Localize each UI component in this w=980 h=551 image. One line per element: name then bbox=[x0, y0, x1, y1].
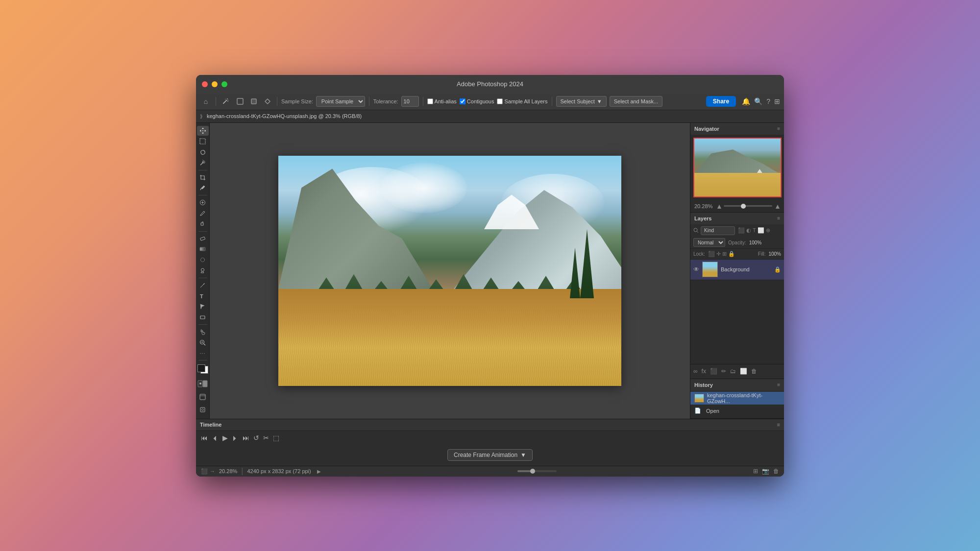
canvas-size-icon-2[interactable]: → bbox=[210, 468, 215, 474]
canvas-image bbox=[278, 156, 621, 386]
view-options-icon[interactable]: ⊞ bbox=[774, 97, 780, 105]
canvas-size-icon-1[interactable]: ⬛ bbox=[201, 468, 208, 475]
history-title: History bbox=[694, 382, 713, 388]
svg-rect-0 bbox=[237, 98, 243, 104]
status-bar: ⬛ → 20.28% | 4240 px x 2832 px (72 ppi) … bbox=[196, 466, 784, 477]
tool-separator-2 bbox=[198, 195, 207, 195]
select-subject-button[interactable]: Select Subject ▼ bbox=[556, 96, 607, 107]
filter-shape-icon[interactable]: ⬜ bbox=[758, 227, 764, 234]
share-button[interactable]: Share bbox=[706, 96, 736, 107]
contiguous-checkbox[interactable]: Contiguous bbox=[460, 98, 494, 104]
timeline-settings-icon[interactable]: ⬚ bbox=[273, 434, 279, 442]
status-nav-icon[interactable]: ▶ bbox=[317, 469, 321, 474]
layer-group-icon[interactable]: 🗂 bbox=[730, 368, 736, 375]
gradient-tool[interactable] bbox=[197, 244, 209, 254]
timeline-loop-icon[interactable]: ↺ bbox=[253, 434, 259, 442]
color-swatches[interactable] bbox=[197, 364, 208, 374]
filter-pixel-icon[interactable]: ⬛ bbox=[738, 227, 745, 234]
screen-mode-tool[interactable] bbox=[197, 391, 209, 403]
minimize-button[interactable] bbox=[212, 81, 218, 87]
magic-wand-tool-sidebar[interactable] bbox=[197, 158, 209, 168]
layers-collapse[interactable]: ≡ bbox=[777, 216, 780, 221]
sample-all-layers-checkbox[interactable]: Sample All Layers bbox=[497, 98, 547, 104]
history-collapse[interactable]: ≡ bbox=[777, 382, 780, 387]
zoom-in-icon[interactable]: ▲ bbox=[774, 202, 780, 210]
bottom-icon-1[interactable]: ⊞ bbox=[753, 468, 758, 475]
blur-tool[interactable] bbox=[197, 255, 209, 265]
layer-link-icon[interactable]: ∞ bbox=[693, 368, 698, 375]
history-item-0[interactable]: keghan-crossland-tKyt-GZowH... bbox=[690, 392, 784, 405]
path-select-tool[interactable] bbox=[197, 301, 209, 311]
help-icon[interactable]: ? bbox=[766, 97, 770, 105]
pen-tool[interactable] bbox=[197, 280, 209, 290]
lock-all-icon[interactable]: 🔒 bbox=[728, 251, 735, 257]
foreground-color[interactable] bbox=[197, 364, 205, 372]
canvas-area[interactable] bbox=[210, 123, 690, 419]
lock-pixels-icon[interactable]: ⬛ bbox=[708, 251, 715, 257]
search-icon[interactable]: 🔍 bbox=[754, 97, 762, 105]
lasso-tool[interactable] bbox=[197, 147, 209, 157]
blend-mode-select[interactable]: Normal bbox=[693, 238, 725, 247]
tool-btn-2[interactable] bbox=[235, 97, 245, 106]
filter-smart-icon[interactable]: ⊕ bbox=[766, 227, 770, 234]
timeline-play-icon[interactable]: ▶ bbox=[222, 434, 228, 442]
tolerance-input[interactable] bbox=[401, 96, 419, 107]
lock-move-icon[interactable]: ✛ bbox=[716, 251, 721, 257]
hand-tool[interactable] bbox=[197, 327, 209, 337]
clone-stamp-tool[interactable] bbox=[197, 219, 209, 229]
tool-btn-4[interactable] bbox=[262, 97, 273, 106]
maximize-button[interactable] bbox=[221, 81, 227, 87]
type-tool[interactable]: T bbox=[197, 291, 209, 301]
layer-mask-icon[interactable]: ⬛ bbox=[710, 368, 717, 375]
layer-filter-input[interactable] bbox=[701, 226, 735, 235]
move-tool[interactable] bbox=[197, 126, 209, 136]
shape-tool[interactable] bbox=[197, 312, 209, 322]
zoom-out-icon[interactable]: ▲ bbox=[716, 202, 722, 210]
create-frame-animation-button[interactable]: Create Frame Animation ▼ bbox=[447, 449, 533, 461]
select-mask-button[interactable]: Select and Mask... bbox=[610, 96, 663, 107]
eraser-tool[interactable] bbox=[197, 234, 209, 244]
svg-point-20 bbox=[694, 228, 697, 232]
filter-adjust-icon[interactable]: ◐ bbox=[746, 227, 751, 234]
timeline-prev-frame-icon[interactable]: ⏴ bbox=[212, 434, 219, 442]
tool-btn-3[interactable] bbox=[248, 97, 259, 106]
dodge-tool[interactable] bbox=[197, 265, 209, 276]
bottom-icon-3[interactable]: 🗑 bbox=[773, 468, 779, 475]
timeline-skip-start-icon[interactable]: ⏮ bbox=[201, 434, 208, 442]
timeline-options-icon[interactable]: ≡ bbox=[777, 422, 780, 428]
anti-alias-checkbox[interactable]: Anti-alias bbox=[427, 98, 457, 104]
marquee-tool[interactable] bbox=[197, 136, 209, 146]
crop-tool[interactable] bbox=[197, 172, 209, 183]
layer-delete-icon[interactable]: 🗑 bbox=[751, 368, 757, 375]
navigator-collapse[interactable]: ≡ bbox=[777, 126, 780, 131]
timeline-audio-icon[interactable]: ✂ bbox=[263, 434, 269, 442]
artboard-tool[interactable] bbox=[197, 404, 209, 415]
separator-4 bbox=[423, 97, 423, 106]
more-tools[interactable]: ··· bbox=[197, 348, 209, 359]
home-button[interactable]: ⌂ bbox=[200, 96, 212, 107]
layer-fx-icon[interactable]: fx bbox=[702, 368, 706, 375]
sample-size-select[interactable]: Point Sample bbox=[316, 96, 365, 107]
layer-adjustment-icon[interactable]: ✏ bbox=[721, 368, 726, 375]
lock-artboard-icon[interactable]: ⊞ bbox=[722, 251, 727, 257]
brush-tool[interactable] bbox=[197, 208, 209, 218]
magic-wand-tool[interactable] bbox=[220, 96, 232, 106]
close-button[interactable] bbox=[202, 81, 208, 87]
tool-separator-5 bbox=[198, 324, 207, 325]
timeline-next-frame-icon[interactable]: ⏵ bbox=[232, 434, 239, 442]
zoom-tool[interactable] bbox=[197, 337, 209, 348]
quick-mask-tool[interactable] bbox=[197, 378, 209, 390]
healing-tool[interactable] bbox=[197, 197, 209, 208]
zoom-slider[interactable] bbox=[724, 205, 772, 207]
layer-visibility-icon[interactable]: 👁 bbox=[693, 266, 699, 273]
filter-type-icon[interactable]: T bbox=[753, 227, 756, 234]
collapse-button[interactable]: ⟫ bbox=[200, 114, 203, 119]
layer-new-icon[interactable]: ⬜ bbox=[740, 368, 747, 375]
timeline-skip-end-icon[interactable]: ⏭ bbox=[243, 434, 249, 442]
bottom-zoom-slider[interactable] bbox=[517, 470, 557, 472]
eyedropper-tool[interactable] bbox=[197, 183, 209, 193]
history-item-1[interactable]: 📄 Open bbox=[690, 405, 784, 417]
bottom-icon-2[interactable]: 📷 bbox=[762, 468, 769, 475]
notification-icon[interactable]: 🔔 bbox=[742, 97, 750, 105]
layer-background[interactable]: 👁 Background 🔒 bbox=[690, 260, 784, 280]
